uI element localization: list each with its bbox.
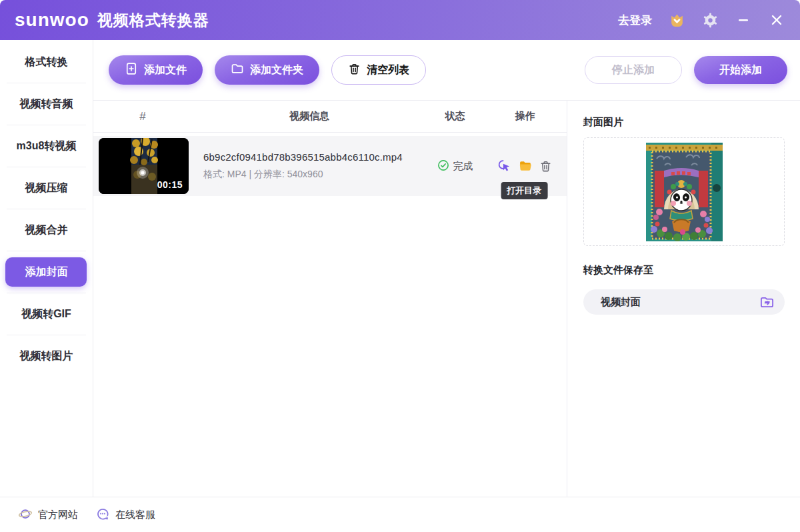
content-row: # 视频信息 状态 操作 [93, 100, 800, 497]
column-index: # [93, 110, 192, 123]
open-directory-tooltip: 打开目录 [501, 182, 547, 199]
app-window: sunwoo 视频格式转换器 去登录 [0, 0, 800, 532]
column-status: 状态 [427, 110, 483, 123]
table-header: # 视频信息 状态 操作 [93, 101, 567, 133]
delete-row-icon[interactable] [539, 159, 553, 173]
video-info: 6b9c2cf0941bd78b396515abb4c6110c.mp4 格式:… [192, 151, 427, 181]
table-row[interactable]: 00:15 6b9c2cf0941bd78b396515abb4c6110c.m… [93, 136, 567, 196]
footer: 官方网站 在线客服 [0, 497, 800, 532]
save-path-title: 转换文件保存至 [583, 264, 785, 277]
video-list: # 视频信息 状态 操作 [93, 101, 567, 497]
settings-gear-icon[interactable] [701, 11, 719, 29]
add-file-button[interactable]: 添加文件 [109, 55, 203, 85]
sidebar: 格式转换 视频转音频 m3u8转视频 视频压缩 视频合并 添加封面 视频转GIF [0, 40, 93, 497]
sidebar-item-m3u8-to-video[interactable]: m3u8转视频 [0, 125, 93, 167]
toolbar: 添加文件 添加文件夹 [93, 40, 800, 100]
locate-cursor-icon[interactable] [498, 159, 511, 173]
status-label: 完成 [453, 160, 473, 173]
save-path-field[interactable]: 视频封面 [583, 289, 785, 315]
cover-image [646, 143, 723, 241]
clear-list-button[interactable]: 清空列表 [331, 55, 426, 85]
stop-add-button[interactable]: 停止添加 [585, 56, 682, 84]
row-actions: 打开目录 [483, 159, 567, 173]
sidebar-item-video-to-audio[interactable]: 视频转音频 [0, 83, 93, 125]
cover-image-title: 封面图片 [583, 116, 785, 129]
customer-service-icon [95, 507, 110, 523]
video-duration: 00:15 [157, 179, 183, 190]
minimize-button[interactable] [735, 11, 752, 29]
column-video-info: 视频信息 [192, 110, 427, 123]
cover-panel: 封面图片 [567, 101, 800, 497]
status-check-icon [437, 159, 449, 173]
login-link[interactable]: 去登录 [618, 13, 652, 28]
official-website-link[interactable]: 官方网站 [18, 507, 78, 523]
add-folder-button[interactable]: 添加文件夹 [215, 55, 319, 85]
titlebar: sunwoo 视频格式转换器 去登录 [0, 0, 800, 40]
app-logo: sunwoo [15, 11, 89, 29]
titlebar-actions: 去登录 [618, 11, 785, 29]
cover-image-dropzone[interactable] [583, 137, 785, 246]
column-actions: 操作 [483, 110, 567, 123]
sidebar-item-add-cover[interactable]: 添加封面 [0, 251, 93, 293]
sidebar-item-video-to-gif[interactable]: 视频转GIF [0, 293, 93, 335]
add-folder-icon [231, 62, 244, 78]
online-support-link[interactable]: 在线客服 [95, 507, 155, 523]
app-title: 视频格式转换器 [97, 10, 209, 31]
sidebar-item-video-to-image[interactable]: 视频转图片 [0, 335, 93, 377]
add-file-icon [125, 62, 138, 78]
close-button[interactable] [768, 11, 785, 29]
planet-icon [18, 507, 33, 523]
sidebar-item-video-merge[interactable]: 视频合并 [0, 209, 93, 251]
sidebar-item-format-convert[interactable]: 格式转换 [0, 41, 93, 83]
open-folder-icon[interactable] [519, 159, 532, 173]
main-area: 添加文件 添加文件夹 [93, 40, 800, 497]
browse-folder-icon[interactable] [759, 294, 775, 310]
video-status: 完成 [427, 159, 483, 173]
trash-icon [348, 63, 361, 78]
body: 格式转换 视频转音频 m3u8转视频 视频压缩 视频合并 添加封面 视频转GIF [0, 40, 800, 497]
save-path-value: 视频封面 [601, 296, 641, 309]
video-thumbnail: 00:15 [99, 138, 189, 194]
video-meta: 格式: MP4 | 分辨率: 540x960 [203, 169, 427, 181]
video-filename: 6b9c2cf0941bd78b396515abb4c6110c.mp4 [203, 151, 427, 163]
sidebar-item-video-compress[interactable]: 视频压缩 [0, 167, 93, 209]
start-add-button[interactable]: 开始添加 [694, 56, 787, 84]
vip-badge-icon[interactable] [668, 11, 685, 29]
